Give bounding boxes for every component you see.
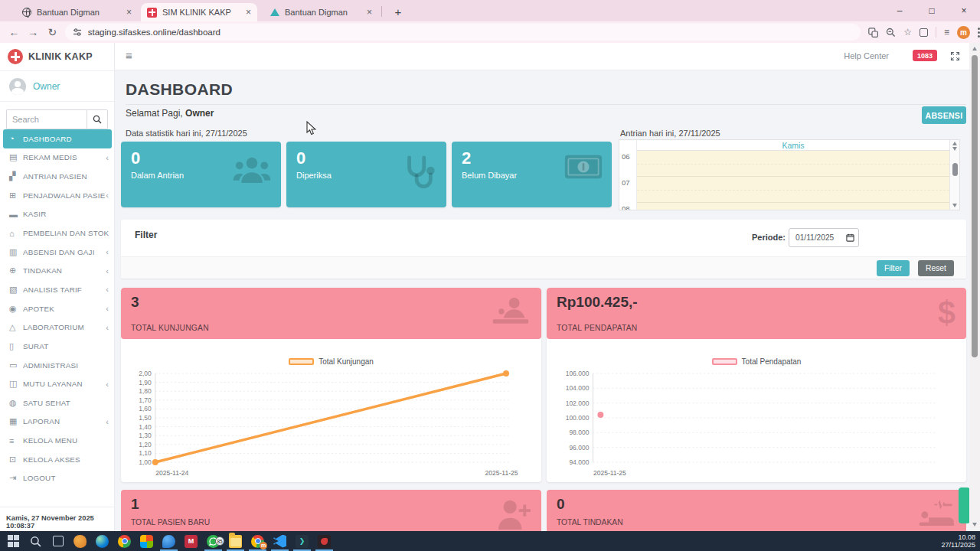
taskbar-app-chrome-profile[interactable]: m bbox=[247, 531, 269, 551]
site-settings-icon[interactable] bbox=[73, 28, 82, 37]
sidebar-item-administrasi[interactable]: ▭ADMINISTRASI bbox=[0, 356, 115, 375]
sidebar-item-kelola-akses[interactable]: ⊡KELOLA AKSES bbox=[0, 450, 115, 469]
clinic-logo-icon bbox=[8, 49, 23, 64]
extensions-icon[interactable] bbox=[920, 28, 928, 37]
sidebar-item-penjadwalan-pasien[interactable]: ⊞PENJADWALAN PASIEN‹ bbox=[0, 186, 115, 205]
chevron-collapsed-icon: ‹ bbox=[106, 304, 109, 313]
sidebar-item-dashboard[interactable]: ◔DASHBOARD bbox=[3, 129, 112, 148]
absensi-button[interactable]: ABSENSI bbox=[922, 106, 966, 124]
clock-date: 27/11/2025 bbox=[942, 541, 975, 549]
stat-card-diperiksa[interactable]: 0 Diperiksa bbox=[286, 142, 446, 207]
sidebar-item-antrian-pasien[interactable]: ▞ANTRIAN PASIEN bbox=[0, 167, 115, 186]
sidebar-item-kasir[interactable]: ▬KASIR bbox=[0, 205, 115, 224]
tab-close-icon[interactable]: × bbox=[126, 7, 132, 18]
notification-badge[interactable]: 1083 bbox=[913, 50, 937, 61]
page-scroll-thumb[interactable] bbox=[972, 55, 978, 357]
card-header: 3 TOTAL KUNJUNGAN bbox=[121, 288, 541, 339]
translate-icon[interactable] bbox=[868, 28, 878, 37]
taskbar-app-edge[interactable] bbox=[91, 531, 113, 551]
taskbar-app-explorer[interactable] bbox=[224, 531, 247, 551]
patient-visit-icon bbox=[491, 295, 531, 332]
taskbar-search-button[interactable] bbox=[24, 531, 47, 551]
taskbar-app-thunderbird[interactable] bbox=[158, 531, 180, 551]
tab-close-icon[interactable]: × bbox=[246, 7, 251, 18]
sidebar-item-analisis-tarif[interactable]: ▧ANALISIS TARIF‹ bbox=[0, 280, 115, 299]
taskbar-app-terminal[interactable]: ❯ bbox=[291, 531, 313, 551]
sidebar-item-absensi-dan-gaji[interactable]: ▥ABSENSI DAN GAJI‹ bbox=[0, 243, 115, 262]
window-close-button[interactable]: × bbox=[948, 0, 980, 21]
screen: { "browser": { "tabs": [ { "title": "Ban… bbox=[0, 0, 980, 551]
tab-close-icon[interactable]: × bbox=[367, 7, 372, 18]
sidebar-item-tindakan[interactable]: ⊕TINDAKAN‹ bbox=[0, 261, 115, 280]
sidebar-item-mutu-layanan[interactable]: ◫MUTU LAYANAN‹ bbox=[0, 374, 115, 393]
browser-tab-2-active[interactable]: SIM KLINIK KAKP × bbox=[141, 3, 257, 21]
sidebar-item-logout[interactable]: ⇥LOGOUT bbox=[0, 469, 115, 488]
search-button[interactable] bbox=[87, 109, 108, 129]
taskbar-app-whatsapp[interactable]: 85 bbox=[202, 531, 224, 551]
back-icon[interactable]: ← bbox=[5, 26, 24, 38]
stat-card-dalam-antrian[interactable]: 0 Dalam Antrian bbox=[121, 142, 281, 207]
schedule-slot-07[interactable] bbox=[637, 177, 949, 203]
user-row[interactable]: Owner bbox=[0, 71, 114, 102]
forward-icon[interactable]: → bbox=[24, 26, 43, 38]
window-maximize-button[interactable]: □ bbox=[916, 0, 948, 21]
schedule-slot-06[interactable] bbox=[637, 151, 949, 177]
sidebar-item-laporan[interactable]: ▦LAPORAN‹ bbox=[0, 412, 115, 432]
help-center-link[interactable]: Help Center bbox=[844, 51, 889, 60]
taskbar-app-misc[interactable] bbox=[313, 531, 335, 551]
schedule-grid[interactable] bbox=[636, 151, 949, 210]
scroll-up-arrow[interactable] bbox=[972, 47, 977, 51]
taskbar-app-chrome[interactable] bbox=[113, 531, 136, 551]
start-button[interactable] bbox=[2, 531, 24, 551]
sidebar-item-laboratorium[interactable]: △LABORATORIUM‹ bbox=[0, 318, 115, 337]
taskbar-app-maxthon[interactable]: M bbox=[180, 531, 202, 551]
taskbar-clock[interactable]: 10.08 27/11/2025 bbox=[942, 533, 980, 549]
sidebar-item-surat[interactable]: ▯SURAT bbox=[0, 337, 115, 356]
procedure-bed-icon bbox=[917, 497, 956, 533]
sidebar-item-pembelian-dan-stok[interactable]: ⌂PEMBELIAN DAN STOK bbox=[0, 223, 115, 243]
browser-tab-strip: Bantuan Digman × SIM KLINIK KAKP × Bantu… bbox=[0, 0, 980, 21]
filter-submit-button[interactable]: Filter bbox=[877, 260, 910, 276]
sidebar-item-apotek[interactable]: ◉APOTEK‹ bbox=[0, 299, 115, 318]
stat-card-belum-dibayar[interactable]: 2 Belum Dibayar bbox=[452, 142, 612, 207]
fullscreen-icon[interactable] bbox=[950, 51, 960, 64]
user-name[interactable]: Owner bbox=[33, 81, 60, 92]
photos-icon bbox=[140, 535, 153, 548]
hamburger-icon[interactable]: ≡ bbox=[126, 49, 132, 62]
taskbar-app-pet[interactable] bbox=[69, 531, 91, 551]
task-view-button[interactable] bbox=[47, 531, 69, 551]
filter-card: Filter Periode: 01/11/2025 - 30/11/202 +… bbox=[121, 220, 966, 279]
taskbar-app-photos[interactable] bbox=[136, 531, 158, 551]
filter-reset-button[interactable]: Reset bbox=[918, 260, 954, 276]
reading-list-icon[interactable]: ≡ bbox=[944, 27, 949, 37]
floating-green-tab[interactable] bbox=[959, 487, 970, 523]
chevron-collapsed-icon: ‹ bbox=[106, 247, 109, 256]
lock-icon: ⊡ bbox=[9, 455, 23, 465]
schedule-scroll-thumb[interactable] bbox=[952, 163, 958, 176]
sidebar-item-rekam-medis[interactable]: ▤REKAM MEDIS‹ bbox=[0, 148, 115, 168]
taskbar-app-vscode[interactable] bbox=[269, 531, 291, 551]
browser-profile-avatar[interactable]: m bbox=[957, 26, 970, 39]
date-from-input[interactable]: 01/11/2025 bbox=[789, 228, 859, 247]
file-explorer-icon bbox=[229, 535, 242, 548]
sidebar-item-satu-sehat[interactable]: ◍SATU SEHAT bbox=[0, 393, 115, 412]
browser-tab-1[interactable]: Bantuan Digman × bbox=[15, 3, 138, 21]
window-minimize-button[interactable]: – bbox=[884, 0, 916, 21]
browser-tab-3[interactable]: Bantuan Digman × bbox=[263, 3, 378, 21]
new-tab-button[interactable]: + bbox=[389, 3, 407, 21]
calendar-icon[interactable] bbox=[846, 233, 854, 242]
people-icon bbox=[232, 154, 272, 189]
schedule-slot-08[interactable] bbox=[637, 203, 949, 210]
greeting-name: Owner bbox=[185, 108, 214, 119]
bookmark-star-icon[interactable]: ☆ bbox=[903, 27, 912, 37]
address-bar[interactable]: staging.sifaskes.online/dashboard bbox=[65, 24, 861, 41]
zoom-icon[interactable] bbox=[886, 28, 896, 37]
scroll-down-arrow[interactable] bbox=[972, 523, 977, 527]
page-scrollbar[interactable] bbox=[969, 43, 980, 531]
search-input[interactable] bbox=[6, 109, 87, 129]
search-icon bbox=[93, 115, 102, 124]
reload-icon[interactable]: ↻ bbox=[43, 26, 62, 38]
sidebar-item-kelola-menu[interactable]: ≡KELOLA MENU bbox=[0, 431, 115, 450]
maxthon-icon: M bbox=[185, 535, 198, 548]
schedule-scrollbar[interactable] bbox=[949, 140, 959, 210]
